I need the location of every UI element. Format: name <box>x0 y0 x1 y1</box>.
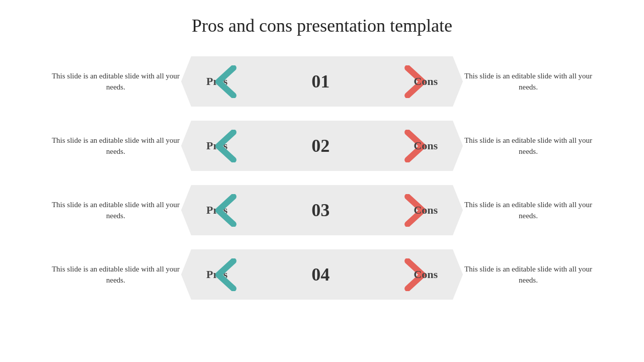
banner-2: Pros02Cons <box>181 121 463 171</box>
banner-1: Pros01Cons <box>181 56 463 107</box>
rows-container: This slide is an editable slide with all… <box>20 51 624 305</box>
cons-label-1: Cons <box>414 75 438 88</box>
banner-3: Pros03Cons <box>181 185 463 235</box>
right-text-1: This slide is an editable slide with all… <box>463 70 594 93</box>
center-section-4: 04 <box>227 264 414 285</box>
number-4: 04 <box>311 264 330 285</box>
number-3: 03 <box>311 200 330 221</box>
center-section-1: 01 <box>227 71 414 92</box>
left-text-4: This slide is an editable slide with all… <box>50 263 181 286</box>
number-2: 02 <box>311 135 330 156</box>
banner-4: Pros04Cons <box>181 249 463 300</box>
cons-label-4: Cons <box>414 268 438 281</box>
left-text-1: This slide is an editable slide with all… <box>50 70 181 93</box>
center-section-3: 03 <box>227 200 414 221</box>
cons-label-3: Cons <box>414 204 438 217</box>
left-text-3: This slide is an editable slide with all… <box>50 199 181 222</box>
left-text-2: This slide is an editable slide with all… <box>50 135 181 157</box>
right-text-4: This slide is an editable slide with all… <box>463 263 594 286</box>
teal-chevron-4 <box>213 258 241 291</box>
center-section-2: 02 <box>227 135 414 156</box>
right-text-2: This slide is an editable slide with all… <box>463 135 594 157</box>
row-4: This slide is an editable slide with all… <box>20 244 624 305</box>
teal-chevron-3 <box>213 194 241 227</box>
page-title: Pros and cons presentation template <box>192 15 452 36</box>
teal-chevron-1 <box>213 65 241 98</box>
slide: Pros and cons presentation template This… <box>0 0 644 362</box>
right-text-3: This slide is an editable slide with all… <box>463 199 594 222</box>
row-3: This slide is an editable slide with all… <box>20 180 624 240</box>
cons-label-2: Cons <box>414 139 438 152</box>
row-2: This slide is an editable slide with all… <box>20 116 624 176</box>
number-1: 01 <box>311 71 330 92</box>
row-1: This slide is an editable slide with all… <box>20 51 624 112</box>
teal-chevron-2 <box>213 130 241 162</box>
